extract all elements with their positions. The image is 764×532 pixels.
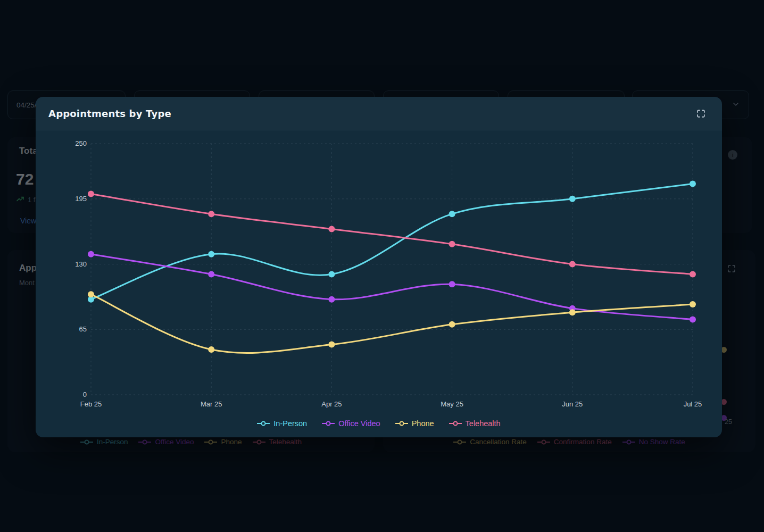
series-marker-phone <box>690 301 696 307</box>
legend-item-in-person[interactable]: In-Person <box>257 419 307 428</box>
legend-item-phone[interactable]: Phone <box>395 419 434 428</box>
series-line-phone <box>91 294 693 353</box>
x-axis-label: Mar 25 <box>201 400 222 408</box>
legend-label: Telehealth <box>466 419 501 428</box>
series-marker-in-person <box>328 271 335 277</box>
fullscreen-icon[interactable] <box>696 109 706 119</box>
x-axis-label: Apr 25 <box>321 400 342 408</box>
x-axis-label: Feb 25 <box>80 400 102 408</box>
legend-marker-icon <box>449 421 462 426</box>
series-marker-telehealth <box>569 261 576 268</box>
y-axis-label: 65 <box>79 325 87 333</box>
modal-title: Appointments by Type <box>48 108 171 119</box>
legend-marker-icon <box>257 421 270 426</box>
appointments-by-type-modal: Appointments by Type Feb 25Mar 25Apr 25M… <box>36 97 722 437</box>
series-line-office-video <box>91 254 693 320</box>
series-marker-telehealth <box>449 241 455 247</box>
y-axis-label: 195 <box>75 195 87 203</box>
line-chart: Feb 25Mar 25Apr 25May 25Jun 25Jul 250651… <box>36 97 722 437</box>
series-marker-telehealth <box>690 271 696 277</box>
legend-label: Phone <box>412 419 434 428</box>
legend-item-office-video[interactable]: Office Video <box>322 419 380 428</box>
legend-label: Office Video <box>338 419 380 428</box>
series-marker-phone <box>328 342 335 348</box>
legend-marker-icon <box>395 421 408 426</box>
series-marker-telehealth <box>88 190 94 197</box>
series-marker-office-video <box>88 251 94 257</box>
x-axis-label: May 25 <box>441 400 463 408</box>
y-axis-label: 250 <box>75 139 87 147</box>
series-marker-in-person <box>208 251 214 257</box>
series-marker-phone <box>88 291 94 297</box>
series-marker-office-video <box>690 316 696 322</box>
series-marker-phone <box>208 346 214 353</box>
series-marker-office-video <box>569 305 576 312</box>
series-line-in-person <box>91 184 693 300</box>
series-line-telehealth <box>91 194 693 274</box>
x-axis-label: Jul 25 <box>684 400 702 408</box>
series-marker-phone <box>449 321 455 328</box>
series-marker-office-video <box>328 296 335 303</box>
legend-marker-icon <box>322 421 335 426</box>
y-axis-label: 0 <box>83 390 87 398</box>
series-marker-office-video <box>449 281 455 287</box>
series-marker-in-person <box>88 296 94 303</box>
series-marker-phone <box>569 309 576 315</box>
modal-header: Appointments by Type <box>36 97 722 130</box>
legend-label: In-Person <box>273 419 307 428</box>
legend-item-telehealth[interactable]: Telehealth <box>449 419 501 428</box>
series-marker-in-person <box>690 181 696 187</box>
series-marker-telehealth <box>208 211 214 217</box>
series-marker-in-person <box>449 211 455 217</box>
series-marker-office-video <box>208 271 214 277</box>
x-axis-label: Jun 25 <box>562 400 583 408</box>
series-marker-telehealth <box>328 226 335 232</box>
series-marker-in-person <box>569 196 576 202</box>
y-axis-label: 130 <box>75 260 87 268</box>
chart-legend: In-PersonOffice VideoPhoneTelehealth <box>36 419 722 428</box>
